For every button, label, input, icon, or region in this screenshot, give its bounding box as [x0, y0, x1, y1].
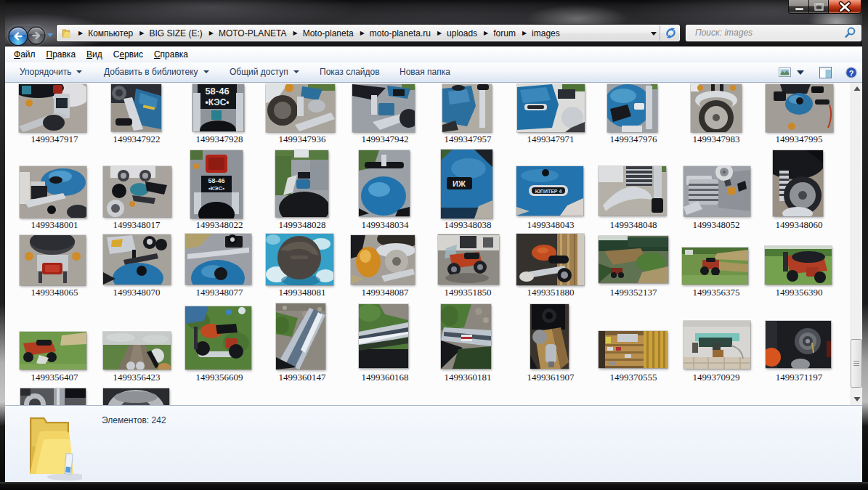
svg-text:58-46: 58-46	[208, 177, 224, 184]
svg-text:ИЖ: ИЖ	[453, 179, 466, 188]
svg-text:?: ?	[849, 69, 854, 78]
svg-text:ЮПИТЕР 4: ЮПИТЕР 4	[535, 189, 562, 194]
svg-text:•КЭС•: •КЭС•	[205, 97, 229, 107]
svg-text:58-46: 58-46	[205, 86, 229, 97]
svg-text:•КЭС•: •КЭС•	[208, 185, 224, 192]
